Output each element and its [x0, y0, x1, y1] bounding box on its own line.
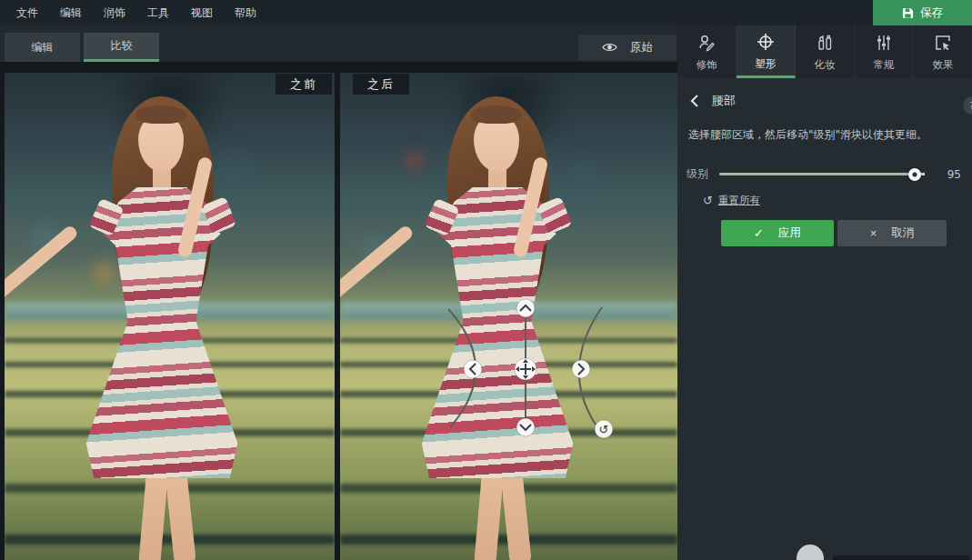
- menu-retouch[interactable]: 润饰: [96, 5, 133, 21]
- subject-arm: [5, 224, 79, 305]
- tab-compare[interactable]: 比较: [84, 33, 159, 62]
- before-badge: 之前: [276, 74, 332, 95]
- waist-gizmo: ↺: [431, 295, 622, 450]
- subject-figure: [5, 73, 335, 560]
- save-label: 保存: [920, 5, 943, 21]
- menu-help[interactable]: 帮助: [227, 5, 264, 21]
- makeup-icon: [816, 34, 834, 55]
- slider-label: 级别: [686, 166, 710, 182]
- photo-after[interactable]: 之后: [340, 73, 677, 560]
- after-badge: 之后: [353, 74, 409, 95]
- tool-tab-label: 塑形: [756, 57, 777, 71]
- watermark-circle: [797, 545, 824, 560]
- tool-tab-label: 化妆: [815, 58, 836, 72]
- tool-tab-label: 常规: [874, 58, 895, 72]
- panel-header: 腰部: [677, 78, 972, 115]
- apply-button[interactable]: ✓ 应用: [721, 220, 834, 246]
- tool-tab-effects[interactable]: 效果: [914, 25, 972, 78]
- tool-tab-sculpt[interactable]: 塑形: [737, 25, 796, 78]
- menu-bar: 文件 编辑 润饰 工具 视图 帮助 保存: [0, 0, 972, 25]
- tool-tab-label: 修饰: [696, 58, 717, 72]
- gizmo-rotate-handle[interactable]: ↺: [595, 420, 613, 438]
- eye-icon: [602, 42, 617, 53]
- gizmo-up-handle[interactable]: [516, 299, 535, 317]
- original-label: 原始: [630, 40, 653, 55]
- sculpt-icon: [757, 33, 775, 54]
- effects-icon: [934, 34, 952, 55]
- close-icon: ×: [870, 226, 877, 240]
- tool-description: 选择腰部区域，然后移动"级别"滑块以使其更细。: [688, 127, 961, 143]
- tool-tab-label: 效果: [933, 58, 954, 72]
- cancel-button[interactable]: × 取消: [837, 220, 947, 246]
- watermark-text: [833, 555, 969, 560]
- chevron-left-icon: [690, 95, 699, 107]
- slider-value: 95: [934, 168, 961, 181]
- gizmo-move-handle[interactable]: [515, 358, 536, 380]
- action-buttons: ✓ 应用 × 取消: [721, 220, 972, 246]
- tool-tab-retouch[interactable]: 修饰: [677, 25, 737, 78]
- gizmo-left-handle[interactable]: [464, 360, 482, 378]
- tool-tab-makeup[interactable]: 化妆: [796, 25, 855, 78]
- watermark-logo: [797, 545, 969, 560]
- reset-all-link[interactable]: 重置所有: [718, 194, 760, 207]
- retouch-icon: [697, 34, 716, 55]
- save-icon: [902, 7, 914, 19]
- menu-file[interactable]: 文件: [9, 5, 45, 21]
- svg-text:↺: ↺: [599, 423, 609, 436]
- reset-row: ↺ 重置所有: [703, 194, 961, 207]
- menu-tools[interactable]: 工具: [140, 5, 176, 21]
- tool-tab-general[interactable]: 常规: [855, 25, 914, 78]
- photo-before: 之前: [5, 73, 335, 560]
- menu-view[interactable]: 视图: [184, 5, 220, 21]
- panel-title: 腰部: [712, 93, 736, 109]
- back-button[interactable]: [690, 95, 699, 107]
- tab-edit[interactable]: 编辑: [5, 33, 80, 62]
- level-slider-row: 级别 95: [686, 166, 961, 182]
- check-icon: ✓: [754, 226, 764, 240]
- original-button[interactable]: 原始: [578, 35, 676, 60]
- tool-tab-bar: 修饰 塑形 化妆 常规 效果: [677, 25, 972, 78]
- reset-icon: ↺: [703, 195, 713, 206]
- level-slider-track[interactable]: [719, 173, 925, 175]
- tools-panel: 修饰 塑形 化妆 常规 效果: [677, 25, 972, 560]
- apply-label: 应用: [778, 225, 801, 241]
- cancel-label: 取消: [891, 225, 914, 241]
- general-icon: [875, 34, 893, 55]
- gizmo-down-handle[interactable]: [516, 418, 535, 436]
- editor-canvas: 之前 之后: [0, 62, 677, 560]
- save-button[interactable]: 保存: [873, 0, 972, 25]
- view-tab-bar: 编辑 比较 原始: [0, 25, 677, 62]
- level-slider-thumb[interactable]: [908, 168, 921, 181]
- subject-arm: [340, 224, 415, 305]
- menu-edit[interactable]: 编辑: [53, 5, 89, 21]
- gizmo-right-handle[interactable]: [572, 360, 590, 378]
